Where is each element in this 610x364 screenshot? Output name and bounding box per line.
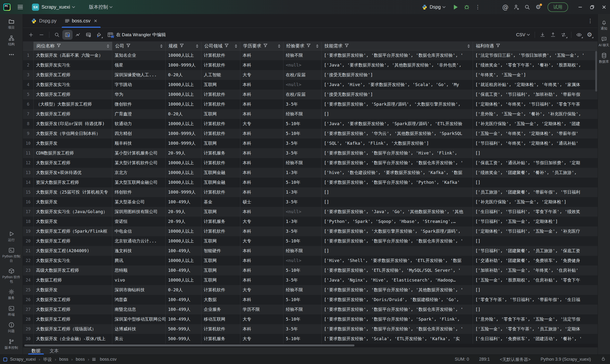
cell-education[interactable]: 大专 — [240, 70, 284, 80]
cell-education[interactable]: 本科 — [240, 139, 284, 148]
table-row[interactable]: 28 大数据开发工程师 深圳某中型移动互联网公司 100-499人 移动互联网 … — [23, 314, 597, 324]
tab-text[interactable]: 文本 — [46, 347, 63, 354]
cell-size[interactable]: 1000-9999人 — [166, 60, 201, 70]
cell-job[interactable]: 大数据开发工程师（现场面试） — [34, 324, 112, 334]
cell-welfare[interactable]: ['加班补助', '五险一金', '年终奖', '住房补贴' — [473, 266, 597, 275]
cell-education[interactable]: 本科 — [240, 324, 284, 334]
filter-icon[interactable] — [263, 43, 267, 49]
table-row[interactable]: 7 大数据开发工程师 广育鑫澄 0-20人 互联网 本科 经验不限 [] ['意… — [23, 109, 597, 119]
cell-skills[interactable]: [] — [322, 109, 473, 119]
cell-education[interactable]: 本科 — [240, 256, 284, 266]
filter-icon[interactable] — [126, 43, 130, 49]
table-row[interactable]: 9 大数据开发（学信网全日制本科） 四方精创 1000-9999人 计算机软件 … — [23, 129, 597, 139]
table-row[interactable]: 30 大数据开发（企业金融）-双休/线上 美云 500-999人 计算机服务 大… — [23, 334, 597, 344]
cell-education[interactable]: 本科 — [240, 178, 284, 187]
cell-field[interactable]: 计算机软件 — [201, 324, 240, 334]
cell-experience[interactable]: <null> — [284, 60, 322, 70]
table-row[interactable]: 22 大数据开发实习生 腾讯 10000人以上 互联网 本科 <null> ['… — [23, 256, 597, 266]
row-number[interactable]: 3 — [23, 70, 34, 80]
cell-skills[interactable]: ['接受无数据开发经验'] — [322, 90, 473, 99]
cell-education[interactable]: 本科 — [240, 207, 284, 217]
column-header-welfare[interactable]: 福利待遇 — [473, 42, 597, 50]
row-number[interactable]: 21 — [23, 246, 34, 256]
cell-job[interactable]: 大数据开发工程师 — [34, 109, 112, 119]
table-row[interactable]: 10 大数据开发 顺丰科技 1000-9999人 互联网 本科 3-5年 ['S… — [23, 139, 597, 148]
status-interpreter[interactable]: Python 3.9 (Scrapy_xuexi) — [541, 357, 591, 362]
cell-welfare[interactable]: ['保底工资', '节日福利', '加班补助', '带薪年假 — [473, 90, 597, 99]
cell-company[interactable]: 顺丰科技 — [112, 139, 166, 148]
row-number[interactable]: 8 — [23, 119, 34, 129]
code-with-me-icon[interactable] — [511, 2, 522, 12]
sort-icon[interactable] — [467, 44, 471, 48]
cell-company[interactable]: 深圳用图科技有限公司 — [112, 207, 166, 217]
cell-job[interactable]: 大数据开发工程师（Spark/Flink框 — [34, 226, 112, 236]
lock-icon[interactable] — [601, 356, 606, 362]
sort-icon[interactable] — [107, 44, 110, 48]
row-number[interactable]: 20 — [23, 236, 34, 246]
main-menu-icon[interactable] — [17, 4, 24, 10]
cell-size[interactable]: 10000人以上 — [166, 226, 201, 236]
cell-experience[interactable]: <null> — [284, 207, 322, 217]
cell-field[interactable]: 智能硬件 — [201, 246, 240, 256]
cell-experience[interactable]: 5-10年 — [284, 119, 322, 129]
ai-assistant-icon[interactable]: @ — [500, 2, 511, 12]
row-number[interactable]: 6 — [23, 99, 34, 109]
cell-size[interactable]: 10000人以上 — [166, 275, 201, 285]
cell-welfare[interactable]: ['年终奖', '五险一金'] — [473, 70, 597, 80]
cell-experience[interactable]: 5-10年 — [284, 178, 322, 187]
cell-experience[interactable]: 经验不限 — [284, 305, 322, 314]
cell-education[interactable]: 本科 — [240, 266, 284, 275]
cell-experience[interactable]: 3-5年 — [284, 139, 322, 148]
cell-job[interactable]: 大数据开发（25届可投 计算机相关专 — [34, 187, 112, 197]
cell-company[interactable]: 达博威科技 — [112, 324, 166, 334]
cell-experience[interactable]: 5-10年 — [284, 295, 322, 305]
cell-field[interactable]: 计算机软件 — [201, 119, 240, 129]
cell-welfare[interactable]: ['节日福利', '团建聚餐', '员工旅游', '保底工资 — [473, 246, 597, 256]
debug-button[interactable] — [461, 2, 472, 12]
restore-button[interactable] — [586, 2, 598, 13]
sidebar-item-services[interactable]: 服务 — [0, 287, 22, 302]
table-row[interactable]: 21 大数据开发工程(A204009) 逸文科技 100-499人 智能硬件 本… — [23, 246, 597, 256]
cell-job[interactable]: 大数据开发工程(A204009) — [34, 246, 112, 256]
cell-field[interactable]: 互联网 — [201, 80, 240, 90]
cell-welfare[interactable]: ['就近租房补贴', '定期体检', '年终奖', '家属体 — [473, 80, 597, 90]
cell-company[interactable]: 中电金信 — [112, 226, 166, 236]
sidebar-item-structure[interactable]: 结构 — [0, 33, 22, 48]
sidebar-item-project[interactable]: 项目 — [0, 16, 22, 32]
table-row[interactable]: 13 大数据开发+双休待遇优 京北方 10000人以上 互联网金融 本科 1-3… — [23, 168, 597, 178]
more-actions-icon[interactable]: ⋮ — [472, 2, 483, 12]
trial-button[interactable]: 试用 — [547, 2, 568, 12]
cell-size[interactable]: 0-20人 — [166, 285, 201, 295]
row-number[interactable]: 16 — [23, 197, 34, 207]
sidebar-item-python-console[interactable]: Python 控制台 — [0, 245, 22, 265]
cell-company[interactable]: 领星 — [112, 60, 166, 70]
row-number[interactable]: 25 — [23, 285, 34, 295]
cell-welfare[interactable]: ['五险一金', '零食下午茶', '员工旅游', '定期体 — [473, 324, 597, 334]
row-number[interactable]: 11 — [23, 148, 34, 158]
table-row[interactable]: 2 大数据开发实习生 领星 1000-9999人 计算机软件 本科 <null>… — [23, 60, 597, 70]
cell-skills[interactable]: ['要求数据开发经验', '数据平台开发经验', '数据仓库开发经验', ' — [322, 236, 473, 246]
cell-education[interactable]: 本科 — [240, 295, 284, 305]
cell-company[interactable]: 字节跳动 — [112, 80, 166, 90]
cell-skills[interactable]: ['SQL', 'Kafka', 'Flink', '大数据开发经验'] — [322, 139, 473, 148]
cell-education[interactable]: 大专 — [240, 119, 284, 129]
cell-company[interactable]: 思特顺 — [112, 266, 166, 275]
run-button[interactable] — [450, 2, 461, 12]
cell-company[interactable]: 壹诺恒 — [112, 217, 166, 226]
row-number[interactable]: 2 — [23, 60, 34, 70]
sidebar-item-version-control[interactable]: 版本控制 — [0, 337, 22, 352]
cell-job[interactable]: 资深大数据开发工程师 — [34, 178, 112, 187]
table-row[interactable]: 6 （大模型）大数据开发工程师 微创软件 10000人以上 计算机软件 本科 3… — [23, 99, 597, 109]
cell-experience[interactable]: <null> — [284, 256, 322, 266]
cell-job[interactable]: 大数据开发工程师 — [34, 314, 112, 324]
tab-dspg-py[interactable]: Dspg.py — [27, 14, 61, 28]
cell-size[interactable]: 100-499人 — [166, 314, 201, 324]
format-selector[interactable]: CSV — [514, 32, 532, 38]
cell-job[interactable]: 大数据开发工程师 — [34, 158, 112, 168]
cell-size[interactable]: 500-999人 — [166, 334, 201, 344]
cell-job[interactable]: 大数据开发+双休待遇优 — [34, 168, 112, 178]
cell-job[interactable]: 大数据开发（企业金融）-双休/线上 — [34, 334, 112, 344]
cell-education[interactable]: 本科 — [240, 148, 284, 158]
cell-experience[interactable]: 1-3年 — [284, 168, 322, 178]
cell-size[interactable]: 500-999人 — [166, 324, 201, 334]
